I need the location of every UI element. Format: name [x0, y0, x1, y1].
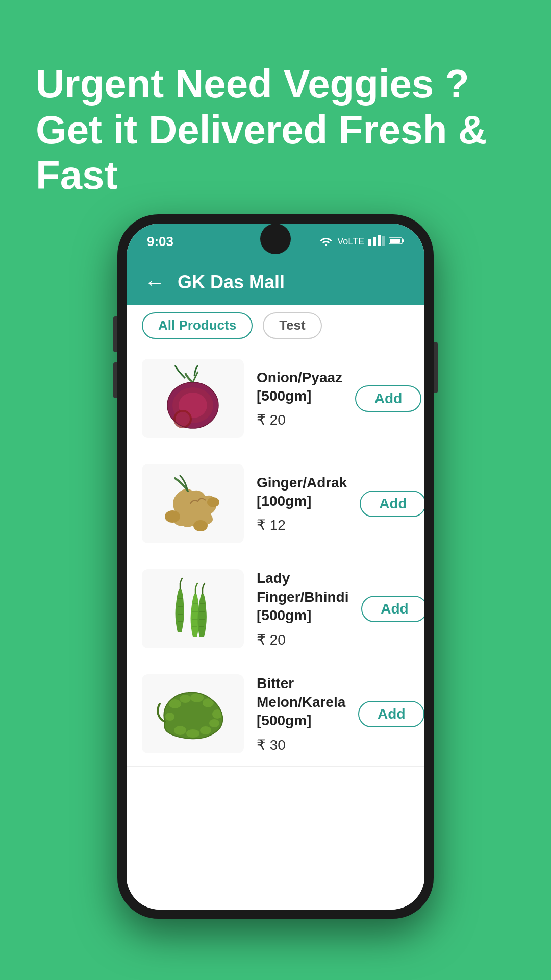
- bars-icon: [368, 235, 385, 249]
- hero-title: Urgent Need Veggies ? Get it Delivered F…: [36, 61, 515, 199]
- tab-all-products[interactable]: All Products: [142, 312, 253, 339]
- top-bar: ← GK Das Mall: [127, 259, 424, 305]
- product-price-ladyfinger: ₹ 20: [257, 631, 348, 648]
- store-name: GK Das Mall: [178, 272, 285, 293]
- product-info-karela: Bitter Melon/Karela [500gm] ₹ 30: [244, 674, 358, 753]
- phone-screen: 9:03 VoLTE: [127, 224, 424, 910]
- svg-rect-1: [373, 237, 376, 246]
- svg-point-13: [165, 510, 180, 523]
- product-price-ginger: ₹ 12: [257, 517, 347, 533]
- camera-notch: [260, 224, 291, 254]
- svg-rect-6: [390, 239, 400, 243]
- product-name-ginger: Ginger/Adrak [100gm]: [257, 474, 347, 511]
- phone-mockup: 9:03 VoLTE: [117, 214, 434, 919]
- svg-point-34: [174, 726, 186, 735]
- tab-test[interactable]: Test: [263, 312, 322, 339]
- svg-point-37: [209, 719, 219, 727]
- tab-bar: All Products Test: [127, 305, 424, 346]
- battery-icon: [389, 236, 404, 248]
- svg-point-15: [193, 520, 208, 531]
- add-button-onion[interactable]: Add: [355, 385, 421, 412]
- vol-down-button: [113, 362, 117, 398]
- svg-rect-2: [378, 235, 381, 246]
- product-image-karela: [142, 674, 244, 753]
- status-time: 9:03: [147, 234, 173, 250]
- svg-point-30: [190, 693, 204, 702]
- add-button-ladyfinger[interactable]: Add: [361, 596, 424, 622]
- product-info-onion: Onion/Pyaaz [500gm] ₹ 20: [244, 369, 355, 429]
- product-info-ladyfinger: Lady Finger/Bhindi [500gm] ₹ 20: [244, 569, 361, 648]
- product-name-ladyfinger: Lady Finger/Bhindi [500gm]: [257, 569, 348, 625]
- product-price-karela: ₹ 30: [257, 737, 345, 753]
- product-price-onion: ₹ 20: [257, 411, 342, 428]
- product-item-onion: Onion/Pyaaz [500gm] ₹ 20 Add: [127, 346, 424, 451]
- product-item-karela: Bitter Melon/Karela [500gm] ₹ 30 Add: [127, 662, 424, 767]
- back-button[interactable]: ←: [144, 272, 165, 292]
- signal-icon: VoLTE: [337, 236, 364, 247]
- product-image-ginger: [142, 464, 244, 543]
- svg-rect-0: [368, 239, 371, 246]
- svg-point-33: [165, 713, 174, 721]
- product-image-ladyfinger: [142, 569, 244, 648]
- product-image-onion: [142, 359, 244, 438]
- svg-point-29: [180, 695, 191, 703]
- wifi-icon: [319, 235, 333, 249]
- vol-up-button: [113, 316, 117, 352]
- product-info-ginger: Ginger/Adrak [100gm] ₹ 12: [244, 474, 360, 534]
- hero-text-block: Urgent Need Veggies ? Get it Delivered F…: [36, 61, 515, 199]
- add-button-ginger[interactable]: Add: [360, 491, 424, 517]
- product-list: Onion/Pyaaz [500gm] ₹ 20 Add: [127, 346, 424, 910]
- svg-rect-3: [382, 236, 385, 246]
- status-icons: VoLTE: [319, 235, 404, 249]
- product-item-ladyfinger: Lady Finger/Bhindi [500gm] ₹ 20 Add: [127, 556, 424, 662]
- product-name-karela: Bitter Melon/Karela [500gm]: [257, 674, 345, 730]
- svg-point-14: [207, 497, 219, 507]
- product-item-ginger: Ginger/Adrak [100gm] ₹ 12 Add: [127, 451, 424, 556]
- power-button: [434, 342, 438, 393]
- svg-point-36: [200, 726, 211, 734]
- product-name-onion: Onion/Pyaaz [500gm]: [257, 369, 342, 406]
- svg-point-35: [186, 729, 199, 738]
- add-button-karela[interactable]: Add: [358, 701, 424, 727]
- svg-rect-5: [402, 239, 404, 242]
